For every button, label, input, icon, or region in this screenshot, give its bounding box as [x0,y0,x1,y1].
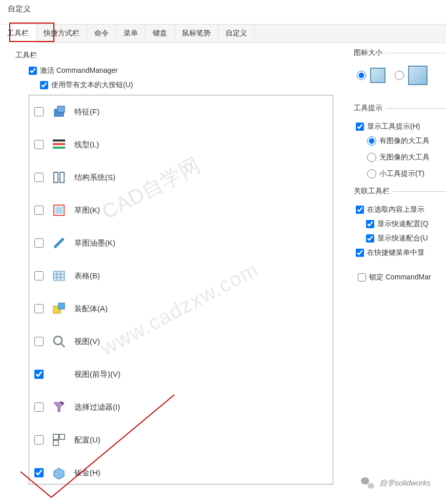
item-checkbox-ink[interactable] [34,238,44,248]
sheetmetal-icon [51,465,67,481]
svg-rect-4 [53,147,65,149]
list-item[interactable]: 结构系统(S) [29,161,333,194]
ctx4-checkbox[interactable] [356,249,364,257]
svg-point-15 [54,336,62,345]
tooltip-opt2-label: 无图像的大工具 [379,153,430,162]
svg-rect-6 [60,172,64,183]
toolbar-group-label: 工具栏 [15,51,333,60]
structure-icon [51,169,67,186]
item-checkbox-linetype[interactable] [34,140,44,149]
list-item[interactable]: 装配体(A) [29,292,333,325]
large-buttons-label: 使用带有文本的大按钮(U) [51,80,133,90]
config-icon [51,432,67,448]
list-item[interactable]: 视图(V) [29,325,333,358]
tab-toolbar[interactable]: 工具栏 [0,25,36,43]
icon-size-large-radio[interactable] [395,71,404,80]
item-label: 结构系统(S) [74,173,115,183]
item-checkbox-assembly[interactable] [34,304,44,313]
ctx2-label: 显示快速配置(Q [377,219,429,229]
item-label: 视图(V) [74,337,100,347]
list-item[interactable]: 配置(U) [29,424,333,456]
item-checkbox-sketch[interactable] [34,206,44,215]
item-checkbox-table[interactable] [34,271,44,280]
tab-customize[interactable]: 自定义 [218,25,255,43]
item-label: 草图(K) [74,206,100,215]
footer-credit: 自学solidworks [361,477,431,489]
item-label: 选择过滤器(I) [74,402,120,412]
footer-text: 自学solidworks [379,478,431,488]
list-item[interactable]: 特征(F) [29,95,333,128]
view-icon [51,333,67,350]
item-label: 视图(前导)(V) [74,370,120,379]
tooltip-opt1-label: 有图像的大工具 [379,136,430,146]
item-label: 草图油墨(K) [74,238,115,248]
assembly-icon [51,300,67,317]
list-item[interactable]: 草图(K) [29,194,333,227]
svg-rect-1 [57,106,65,112]
ink-icon [51,235,67,251]
list-item[interactable]: 选择过滤器(I) [29,391,333,424]
tooltip-opt3-label: 小工具提示(T) [379,169,424,178]
item-label: 线型(L) [74,140,99,150]
small-cube-icon [370,68,386,83]
table-icon [51,268,67,284]
filter-icon [51,399,67,415]
lock-commandmanager-checkbox[interactable] [358,273,366,281]
tooltip-opt3-radio[interactable] [367,169,376,178]
large-buttons-checkbox[interactable] [40,81,48,89]
tab-shortcut[interactable]: 快捷方式栏 [36,25,87,43]
list-item[interactable]: 线型(L) [29,128,333,161]
item-checkbox-view[interactable] [34,337,44,346]
tooltip-opt2-radio[interactable] [367,153,376,162]
sketch-icon [51,202,67,218]
item-checkbox-filter[interactable] [34,402,44,412]
svg-rect-8 [53,271,65,280]
svg-rect-19 [53,440,58,446]
tab-menu[interactable]: 菜单 [116,25,146,43]
ctx3-checkbox[interactable] [366,234,374,243]
list-item[interactable]: 钣金(H) [29,456,333,485]
tab-mouse[interactable]: 鼠标笔势 [175,25,218,43]
svg-rect-18 [59,434,65,439]
icon-size-label: 图标大小 [354,48,386,57]
tab-command[interactable]: 命令 [87,25,116,43]
item-label: 钣金(H) [74,468,100,478]
svg-rect-5 [54,172,58,183]
tooltip-group-label: 工具提示 [354,104,386,113]
ctx2-checkbox[interactable] [366,220,374,228]
lock-commandmanager-label: 锁定 CommandMar [369,273,431,282]
toolbar-list[interactable]: 特征(F) 线型(L) 结构系统(S) 草图(K) 草图油墨(K) [29,95,333,485]
activate-commandmanager-label: 激活 CommandManager [40,66,118,75]
tooltip-opt1-radio[interactable] [367,136,376,146]
item-checkbox-feature[interactable] [34,107,44,116]
item-checkbox-headsup[interactable] [34,370,44,379]
activate-commandmanager-checkbox[interactable] [29,67,37,75]
show-tooltip-checkbox[interactable] [356,123,364,131]
svg-rect-7 [55,207,63,214]
feature-icon [51,104,67,120]
item-label: 特征(F) [74,107,99,117]
item-checkbox-sheetmetal[interactable] [34,468,44,477]
svg-rect-3 [53,143,65,145]
icon-size-small-radio[interactable] [357,71,366,80]
list-item[interactable]: 视图(前导)(V) [29,358,333,391]
list-item[interactable]: 草图油墨(K) [29,227,333,259]
show-tooltip-label: 显示工具提示(H) [367,122,420,131]
dialog-title: 自定义 [0,0,446,18]
tab-keyboard[interactable]: 键盘 [146,25,175,43]
linetype-icon [51,136,67,153]
item-checkbox-config[interactable] [34,435,44,445]
item-label: 配置(U) [74,435,100,445]
svg-line-16 [61,344,65,347]
item-checkbox-structure[interactable] [34,173,44,182]
ctx3-label: 显示快速配合(U [377,234,428,243]
tab-bar: 工具栏 快捷方式栏 命令 菜单 键盘 鼠标笔势 自定义 [0,24,446,43]
svg-rect-17 [53,434,58,439]
wechat-icon [361,477,374,489]
ctx1-checkbox[interactable] [356,206,364,214]
svg-rect-2 [53,139,65,142]
ctx1-label: 在选取内容上显示 [367,205,424,214]
context-group-label: 关联工具栏 [354,187,393,196]
list-item[interactable]: 表格(B) [29,259,333,292]
ctx4-label: 在快捷键菜单中显 [367,248,424,257]
